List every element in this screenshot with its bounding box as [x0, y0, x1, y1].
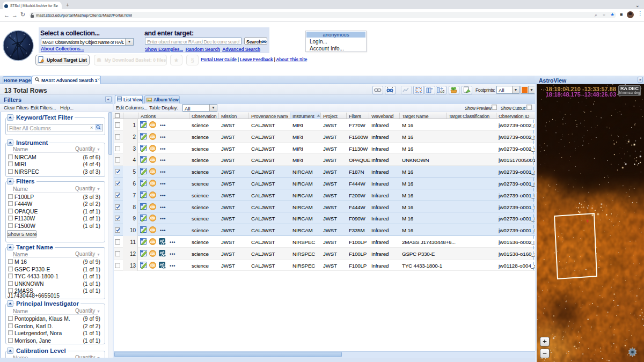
svg-text:EDB: EDB: [150, 205, 156, 208]
svg-text:EDB: EDB: [150, 135, 156, 138]
svg-text:EDB: EDB: [150, 252, 156, 255]
svg-text:αδ: αδ: [441, 90, 445, 93]
svg-text:+: +: [431, 87, 433, 90]
svg-text:EDB: EDB: [150, 241, 156, 243]
svg-text:EDB: EDB: [150, 171, 156, 173]
svg-text:EDB: EDB: [150, 264, 156, 267]
svg-text:EDB: EDB: [150, 194, 156, 196]
svg-text:EDB: EDB: [150, 217, 156, 220]
svg-text:EDB: EDB: [150, 159, 156, 161]
svg-text:EDB: EDB: [150, 147, 156, 150]
svg-text:EDB: EDB: [150, 124, 156, 127]
svg-text:EDB: EDB: [150, 229, 156, 232]
svg-text:EDB: EDB: [150, 182, 156, 185]
